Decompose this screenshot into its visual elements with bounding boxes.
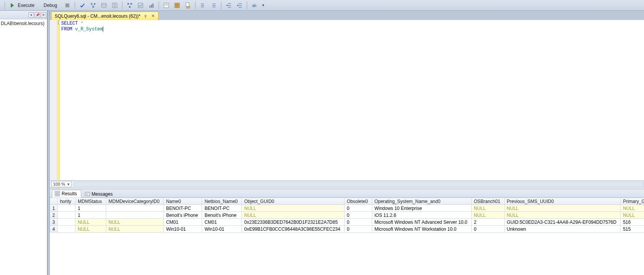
increase-indent-button[interactable] [234,1,244,10]
object-explorer-tree[interactable]: DLAB\benoit.lecours) [0,19,47,275]
execute-button[interactable]: Execute [7,1,38,10]
comment-button[interactable] [198,1,208,10]
cell[interactable]: BENOIT-PC [164,205,202,212]
cell[interactable]: 515 [621,226,644,233]
cell[interactable]: Win10-01 [202,226,242,233]
uncomment-button[interactable] [209,1,219,10]
decrease-indent-button[interactable] [224,1,234,10]
query-options-button[interactable] [99,1,109,10]
cell[interactable]: 2 [471,219,504,226]
column-header[interactable]: MDMDeviceCategoryID0 [106,198,164,205]
panel-dropdown-button[interactable]: ▾ [28,12,34,18]
cell[interactable]: 0 [344,205,372,212]
cell[interactable] [106,212,164,219]
results-to-file-button[interactable] [183,1,193,10]
cell[interactable] [57,219,75,226]
results-table[interactable]: horityMDMStatusMDMDeviceCategoryID0Name0… [50,198,644,233]
cell[interactable]: 516 [621,219,644,226]
stop-button[interactable] [62,1,72,10]
estimated-plan-button[interactable] [88,1,98,10]
client-stats-button[interactable] [146,1,156,10]
tab-results[interactable]: Results [52,190,81,198]
cell[interactable] [57,212,75,219]
cell[interactable]: GUID:5C0ED2A3-C321-4AA8-A29A-EF094DD7576… [504,219,621,226]
column-header[interactable]: Obsolete0 [344,198,372,205]
cell[interactable]: iOS 11.2.6 [372,212,471,219]
table-row[interactable]: 4NULLNULLWin10-01Win10-010xE99B1CFB0CCC9… [50,226,644,233]
results-pane: Results Messages horityMDMStatusMDMDevic… [50,189,644,275]
cell[interactable]: Benoit's iPhone [164,212,202,219]
cell[interactable]: 0 [344,219,372,226]
connection-node[interactable]: DLAB\benoit.lecours) [1,21,46,26]
table-row[interactable]: 11BENOIT-PCBENOIT-PCNULL0Windows 10 Ente… [50,205,644,212]
column-header[interactable]: Netbios_Name0 [202,198,242,205]
cell[interactable]: Microsoft Windows NT Advanced Server 10.… [372,219,471,226]
column-header[interactable]: MDMStatus [75,198,106,205]
tab-pin-icon[interactable] [143,13,148,19]
toolbar-overflow-button[interactable]: ▾ [260,1,266,10]
row-number-cell[interactable]: 3 [50,219,58,226]
cell[interactable]: Unknown [504,226,621,233]
cell[interactable]: Windows 10 Enterprise [372,205,471,212]
row-number-cell[interactable]: 2 [50,212,58,219]
specify-values-button[interactable]: ab [249,1,259,10]
panel-pin-button[interactable]: 📌 [35,12,40,18]
sql-editor[interactable]: SELECT * FROM v_R_System [60,20,644,189]
panel-close-button[interactable]: ✕ [41,12,46,18]
tab-messages[interactable]: Messages [82,190,117,198]
document-tab[interactable]: SQLQuery6.sql - CM...enoit.lecours (62))… [51,12,159,20]
zoom-combo[interactable]: 100 % ▾ [51,181,72,187]
row-number-cell[interactable]: 4 [50,226,58,233]
debug-button[interactable]: Debug [39,1,61,10]
cell[interactable]: 1 [75,212,106,219]
cell[interactable]: NULL [75,226,106,233]
cell[interactable]: 1 [75,205,106,212]
column-header[interactable]: Previous_SMS_UUID0 [504,198,621,205]
cell[interactable]: NULL [504,205,621,212]
cell[interactable]: CM01 [164,219,202,226]
cell[interactable]: NULL [621,212,644,219]
cell[interactable]: 0 [344,212,372,219]
table-row[interactable]: 3NULLNULLCM01CM010x23E2336B3DED7642B0D1F… [50,219,644,226]
column-header[interactable]: hority [57,198,75,205]
cell[interactable]: NULL [75,219,106,226]
cell[interactable]: 0x23E2336B3DED7642B0D1F2321E2A7D85 [242,219,344,226]
cell[interactable]: NULL [621,205,644,212]
actual-plan-button[interactable] [125,1,135,10]
row-number-cell[interactable]: 1 [50,205,58,212]
cell[interactable]: Benoit's iPhone [202,212,242,219]
column-header[interactable]: Operating_System_Name_and0 [372,198,471,205]
intellisense-button[interactable] [110,1,120,10]
column-header[interactable]: OSBranch01 [471,198,504,205]
cell[interactable]: 0xE99B1CFB0CCC96448A3C98E55CFEC234 [242,226,344,233]
column-header[interactable]: Object_GUID0 [242,198,344,205]
cell[interactable]: Microsoft Windows NT Workstation 10.0 [372,226,471,233]
svg-rect-47 [55,191,60,196]
cell[interactable]: 0 [344,226,372,233]
column-header[interactable]: Name0 [164,198,202,205]
column-header[interactable]: Primary_Group_ID0 [621,198,644,205]
table-row[interactable]: 21Benoit's iPhoneBenoit's iPhoneNULL0iOS… [50,212,644,219]
cell[interactable]: NULL [242,212,344,219]
cell[interactable]: NULL [471,205,504,212]
parse-button[interactable] [77,1,87,10]
results-to-text-button[interactable] [161,1,171,10]
cell[interactable]: NULL [504,212,621,219]
cell[interactable]: 0 [471,226,504,233]
cell[interactable] [57,205,75,212]
results-grid[interactable]: horityMDMStatusMDMDeviceCategoryID0Name0… [50,198,644,275]
cell[interactable]: NULL [242,205,344,212]
cell[interactable]: NULL [106,226,164,233]
live-stats-button[interactable] [135,1,146,10]
cell[interactable]: NULL [106,219,164,226]
cell[interactable] [106,205,164,212]
cell[interactable]: CM01 [202,219,242,226]
cell[interactable]: Win10-01 [164,226,202,233]
document-tab-strip: SQLQuery6.sql - CM...enoit.lecours (62))… [50,11,644,20]
cell[interactable]: BENOIT-PC [202,205,242,212]
tab-close-icon[interactable]: ✕ [151,13,156,19]
cell[interactable]: NULL [471,212,504,219]
editor-horizontal-scrollbar[interactable] [74,181,644,187]
cell[interactable] [57,226,75,233]
results-to-grid-button[interactable] [172,1,182,10]
